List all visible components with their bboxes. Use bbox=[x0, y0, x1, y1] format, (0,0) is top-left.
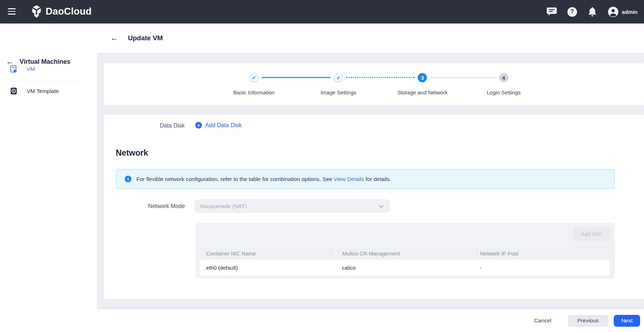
network-mode-select[interactable]: Masquerade (NAT) bbox=[195, 199, 390, 213]
step-3-number: 3 bbox=[418, 73, 427, 82]
username-label: admin bbox=[622, 9, 638, 15]
step-4-number: 4 bbox=[499, 73, 508, 82]
nic-panel: Add NIC Container NIC Name Multus CR Man… bbox=[195, 223, 615, 279]
nic-table: Container NIC Name Multus CR Management … bbox=[200, 247, 610, 275]
step-basic-information[interactable]: ✓ Basic Information bbox=[233, 73, 275, 95]
page-title: Update VM bbox=[128, 34, 163, 42]
help-glyph: ? bbox=[570, 9, 574, 15]
vm-template-icon bbox=[10, 87, 17, 95]
main-content: ← Update VM ✓ Basic Information ✓ Image … bbox=[97, 24, 644, 332]
step-login-settings[interactable]: 4 Login Settings bbox=[487, 73, 520, 95]
wizard-footer: Cancel Previous Next bbox=[97, 309, 644, 332]
page-back-icon[interactable]: ← bbox=[110, 34, 118, 42]
step-1-label: Basic Information bbox=[233, 89, 275, 95]
step-2-check-icon: ✓ bbox=[334, 73, 343, 82]
stepper-panel: ✓ Basic Information ✓ Image Settings 3 S… bbox=[104, 63, 644, 105]
step-2-label: Image Settings bbox=[321, 89, 356, 95]
view-details-link[interactable]: View Details bbox=[334, 176, 364, 182]
col-multus-cr-management: Multus CR Management bbox=[336, 247, 474, 260]
sidebar-header: ← Virtual Machines bbox=[6, 58, 71, 66]
screen: DaoCloud ? admin bbox=[0, 0, 644, 332]
add-data-disk-button[interactable]: + Add Data Disk bbox=[195, 122, 242, 129]
sidebar: ← Virtual Machines VM VM Template bbox=[0, 24, 97, 332]
network-mode-value: Masquerade (NAT) bbox=[200, 203, 247, 209]
sidebar-back-icon[interactable]: ← bbox=[6, 58, 14, 66]
add-data-disk-label: Add Data Disk bbox=[205, 122, 242, 129]
vm-icon bbox=[10, 65, 17, 73]
step-4-label: Login Settings bbox=[487, 89, 520, 95]
step-1-check-icon: ✓ bbox=[249, 73, 259, 82]
info-text-after: for details. bbox=[364, 176, 391, 182]
plus-circle-icon: + bbox=[195, 122, 202, 129]
sidebar-item-vm[interactable]: VM bbox=[10, 65, 35, 73]
sidebar-divider bbox=[6, 81, 78, 82]
brand-name: DaoCloud bbox=[46, 6, 92, 17]
step-image-settings[interactable]: ✓ Image Settings bbox=[321, 73, 356, 95]
form-panel: Data Disk + Add Data Disk Network i For … bbox=[104, 115, 644, 299]
top-navbar: DaoCloud ? admin bbox=[0, 0, 644, 24]
cell-multus-cr: calico bbox=[336, 260, 474, 275]
avatar-icon bbox=[608, 6, 619, 17]
cell-nic-name: eth0 (default) bbox=[200, 260, 336, 275]
brand-logo: DaoCloud bbox=[31, 5, 92, 18]
previous-button[interactable]: Previous bbox=[568, 315, 608, 327]
menu-icon[interactable] bbox=[8, 8, 16, 15]
sidebar-title: Virtual Machines bbox=[20, 58, 71, 66]
sidebar-item-vm-label: VM bbox=[27, 66, 35, 72]
sidebar-item-vm-template[interactable]: VM Template bbox=[10, 87, 59, 95]
info-text-before: For flexible network configuration, refe… bbox=[136, 176, 334, 182]
col-network-ip-pool: Network IP Pool bbox=[474, 247, 610, 260]
help-icon[interactable]: ? bbox=[567, 7, 577, 17]
add-nic-button[interactable]: Add NIC bbox=[573, 227, 610, 241]
step-3-label: Storage and Network bbox=[398, 89, 448, 95]
info-banner-text: For flexible network configuration, refe… bbox=[136, 176, 391, 182]
cancel-button[interactable]: Cancel bbox=[533, 315, 553, 327]
table-row: eth0 (default) calico - bbox=[200, 260, 610, 275]
messages-icon[interactable] bbox=[547, 7, 557, 16]
daocloud-logo-icon bbox=[31, 5, 42, 18]
sidebar-item-vm-template-label: VM Template bbox=[27, 88, 59, 94]
network-mode-label: Network Mode bbox=[104, 203, 185, 209]
cell-ip-pool: - bbox=[474, 260, 610, 275]
network-section-heading: Network bbox=[116, 148, 148, 158]
info-icon: i bbox=[125, 176, 131, 182]
next-button[interactable]: Next bbox=[614, 315, 640, 327]
network-info-banner: i For flexible network configuration, re… bbox=[116, 169, 615, 189]
col-container-nic-name: Container NIC Name bbox=[200, 247, 336, 260]
step-storage-and-network[interactable]: 3 Storage and Network bbox=[398, 73, 448, 95]
chevron-down-icon bbox=[379, 203, 384, 208]
page-header: ← Update VM bbox=[97, 24, 644, 53]
topbar-actions: ? admin bbox=[547, 0, 638, 24]
data-disk-label: Data Disk bbox=[104, 123, 185, 129]
nic-table-header-row: Container NIC Name Multus CR Management … bbox=[200, 247, 610, 260]
notifications-bell-icon[interactable] bbox=[588, 7, 597, 17]
user-menu[interactable]: admin bbox=[608, 6, 638, 17]
